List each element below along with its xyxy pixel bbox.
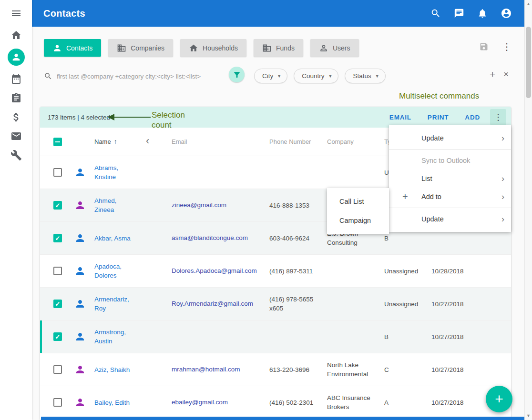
contact-name-link[interactable]: Armendariz, Roy (94, 295, 146, 313)
contact-phone: (416) 897-5311 (269, 267, 327, 276)
tab-contacts[interactable]: Contacts (44, 39, 101, 57)
chevron-down-icon: ▼ (277, 74, 281, 79)
contact-email[interactable]: asma@blanditcongue.com (172, 234, 269, 242)
add-filter-icon[interactable]: + (490, 70, 495, 79)
bank-icon (262, 43, 272, 53)
contact-email[interactable]: Dolores.Apadoca@gmail.com (172, 267, 269, 275)
row-checkbox[interactable] (53, 300, 62, 308)
add-contact-fab[interactable]: + (486, 386, 512, 412)
row-checkbox[interactable] (53, 332, 62, 341)
person-avatar-icon (74, 167, 86, 178)
scrollbar-thumb[interactable] (526, 27, 531, 98)
selection-summary: 173 items | 4 selected (48, 114, 110, 121)
table-row[interactable]: Armstrong, AustinB10/27/2018 (40, 320, 511, 353)
select-all-checkbox[interactable] (53, 138, 62, 146)
scroll-up-icon[interactable]: ▲ (525, 1, 532, 6)
column-header-phone[interactable]: Phone Number (269, 137, 327, 146)
contact-email[interactable]: mrahman@hotmail.com (172, 365, 269, 374)
tasks-icon[interactable] (10, 92, 22, 104)
menu-item-add-to[interactable]: + Add to › (389, 188, 511, 206)
calendar-icon[interactable] (10, 73, 22, 85)
tab-users[interactable]: Users (310, 39, 359, 57)
menu-item-update-bottom[interactable]: Update › (389, 210, 511, 228)
filter-button[interactable] (229, 67, 245, 82)
mail-icon[interactable] (10, 130, 22, 142)
row-checkbox[interactable] (53, 398, 62, 407)
chip-country[interactable]: Country▼ (294, 69, 338, 83)
menu-item-sync-to-outlook: Sync to Outlook (389, 151, 511, 170)
contact-name-link[interactable]: Ahmed, Zineea (94, 196, 146, 214)
notifications-icon[interactable] (477, 8, 488, 19)
search-icon[interactable] (430, 8, 441, 19)
save-icon (479, 42, 489, 51)
contact-name-link[interactable]: Armstrong, Austin (94, 328, 146, 346)
contact-name-link[interactable]: Apadoca, Dolores (94, 262, 146, 280)
annotation-selection-count: Selection count (152, 110, 185, 130)
chevron-down-icon: ▼ (375, 74, 379, 79)
submenu-item-call-list[interactable]: Call List (327, 192, 389, 211)
submenu-item-campaign[interactable]: Campaign (327, 211, 389, 230)
email-button[interactable]: EMAIL (383, 110, 418, 125)
sort-asc-icon[interactable]: ↑ (114, 137, 117, 146)
column-header-email[interactable]: Email (172, 138, 269, 146)
contact-phone: (416) 978-5655 x605 (269, 295, 327, 313)
table-row[interactable]: Bailey, Edithebailey@gmail.com(416) 502-… (40, 386, 511, 419)
contact-type: Unassigned (384, 268, 431, 275)
menu-item-list[interactable]: List › (389, 170, 511, 188)
contact-name-link[interactable]: Aziz, Shaikh (94, 365, 146, 374)
contact-type: B (384, 333, 431, 340)
multiselect-menu-button[interactable]: ⋮ (490, 109, 506, 125)
menu-divider (389, 149, 511, 150)
row-checkbox[interactable] (53, 267, 62, 275)
contact-date: 10/28/2018 (431, 268, 479, 275)
person-avatar-icon (74, 200, 86, 211)
horizontal-scrollbar[interactable] (41, 417, 524, 420)
app-bar: Contacts (32, 0, 524, 27)
table-row[interactable]: Armendariz, RoyRoy.Armendariz@gmail.com(… (40, 288, 511, 320)
row-checkbox[interactable] (53, 201, 62, 210)
contacts-icon[interactable] (8, 49, 25, 66)
search-input[interactable] (57, 73, 216, 80)
scroll-down-icon[interactable]: ▼ (525, 413, 532, 418)
menu-item-update-top[interactable]: Update › (389, 129, 511, 147)
person-icon (52, 43, 62, 53)
chip-city[interactable]: City▼ (254, 69, 287, 83)
tab-households[interactable]: Households (180, 39, 246, 57)
contact-name-link[interactable]: Abrams, Kristine (94, 163, 146, 181)
tab-funds[interactable]: Funds (254, 39, 303, 57)
home-icon[interactable] (10, 30, 22, 41)
save-view-button[interactable] (479, 42, 489, 51)
collapse-columns-icon[interactable]: ‹ (146, 135, 149, 147)
vertical-scrollbar[interactable]: ▲ ▼ (524, 0, 532, 420)
column-header-company[interactable]: Company (327, 137, 384, 146)
column-header-name[interactable]: Name (94, 137, 111, 146)
chip-status[interactable]: Status▼ (345, 69, 385, 83)
money-icon[interactable] (10, 111, 22, 123)
contact-phone: 603-406-9624 (269, 234, 327, 243)
chat-icon[interactable] (454, 8, 464, 19)
chevron-down-icon: ▼ (328, 74, 332, 79)
tools-icon[interactable] (10, 150, 22, 161)
contact-name-link[interactable]: Bailey, Edith (94, 398, 146, 407)
account-icon[interactable] (501, 8, 512, 19)
contact-type: B (384, 235, 431, 242)
table-row[interactable]: Aziz, Shaikhmrahman@hotmail.com613-220-3… (40, 353, 511, 386)
contact-email[interactable]: ebailey@gmail.com (172, 398, 269, 407)
table-row[interactable]: Apadoca, DoloresDolores.Apadoca@gmail.co… (40, 255, 511, 288)
contact-email[interactable]: Roy.Armendariz@gmail.com (172, 300, 269, 308)
clear-search-icon[interactable]: × (503, 70, 509, 79)
contact-date: 10/27/2018 (431, 300, 479, 308)
toolbar-more-vert-icon[interactable]: ⋮ (502, 41, 512, 52)
contact-name-link[interactable]: Akbar, Asma (94, 234, 146, 243)
menu-icon[interactable] (10, 8, 22, 19)
row-checkbox[interactable] (53, 365, 62, 374)
plus-icon: + (495, 391, 503, 407)
tab-companies[interactable]: Companies (108, 39, 173, 57)
page-title: Contacts (43, 8, 85, 19)
add-button[interactable]: ADD (459, 110, 486, 125)
row-checkbox[interactable] (53, 234, 62, 242)
row-checkbox[interactable] (53, 168, 62, 177)
print-button[interactable]: PRINT (421, 110, 455, 125)
contact-email[interactable]: zineea@gmail.com (172, 201, 269, 210)
contact-date: 10/27/2018 (431, 333, 479, 340)
